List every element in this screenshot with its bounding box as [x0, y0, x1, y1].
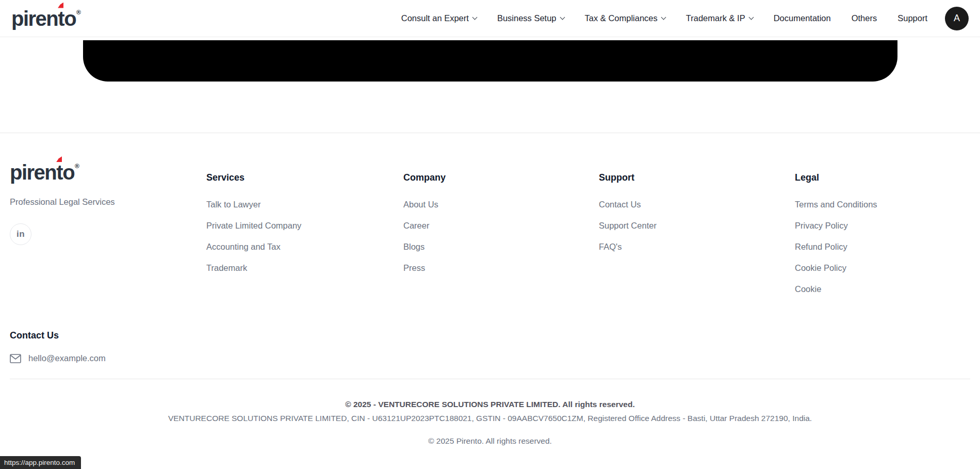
nav-support[interactable]: Support [897, 13, 927, 23]
linkedin-icon[interactable]: in [10, 223, 31, 245]
top-navigation-bar: pirento ® Consult an Expert Business Set… [0, 0, 980, 37]
footer-contact-block: Contact Us hello@example.com [10, 330, 970, 363]
brand-logo-red-flag-icon: t [58, 7, 64, 30]
footer-column-legal: Legal Terms and Conditions Privacy Polic… [795, 162, 970, 304]
footer-brand-logo-text: pirento [10, 162, 74, 183]
footer-link-support-center[interactable]: Support Center [599, 221, 657, 230]
registered-trademark-icon: ® [75, 163, 79, 170]
brand-logo-text: pirento [11, 8, 76, 29]
footer-link-talk-to-lawyer[interactable]: Talk to Lawyer [206, 200, 260, 209]
nav-consult-an-expert[interactable]: Consult an Expert [401, 13, 477, 23]
page-footer: pirento ® Professional Legal Services in… [0, 133, 980, 446]
footer-link-private-limited-company[interactable]: Private Limited Company [206, 221, 301, 230]
footer-column-support: Support Contact Us Support Center FAQ's [599, 162, 795, 304]
envelope-icon [10, 354, 21, 363]
footer-column-title: Support [599, 172, 795, 183]
nav-documentation[interactable]: Documentation [774, 13, 831, 23]
main-nav: Consult an Expert Business Setup Tax & C… [401, 13, 927, 23]
footer-column-company: Company About Us Career Blogs Press [403, 162, 599, 304]
footer-column-title: Company [403, 172, 599, 183]
footer-link-privacy-policy[interactable]: Privacy Policy [795, 221, 848, 230]
user-avatar[interactable]: A [945, 7, 969, 30]
copyright-company-line: © 2025 - VENTURECORE SOLUTIONS PRIVATE L… [10, 400, 970, 409]
nav-business-setup[interactable]: Business Setup [497, 13, 564, 23]
copyright-block: © 2025 - VENTURECORE SOLUTIONS PRIVATE L… [10, 379, 970, 446]
chevron-down-icon [748, 15, 754, 20]
footer-brand-logo[interactable]: pirento ® [10, 162, 79, 183]
footer-brand-column: pirento ® Professional Legal Services in [10, 162, 206, 304]
chevron-down-icon [661, 15, 666, 20]
copyright-registration-line: VENTURECORE SOLUTIONS PRIVATE LIMITED, C… [10, 414, 970, 423]
nav-tax-and-compliances[interactable]: Tax & Compliances [585, 13, 665, 23]
footer-link-accounting-and-tax[interactable]: Accounting and Tax [206, 242, 281, 251]
footer-tagline: Professional Legal Services [10, 197, 206, 207]
brand-logo-red-flag-icon: t [56, 161, 62, 184]
footer-column-title: Services [206, 172, 403, 183]
nav-trademark-and-ip[interactable]: Trademark & IP [686, 13, 753, 23]
chevron-down-icon [472, 15, 477, 20]
contact-email-link[interactable]: hello@example.com [28, 353, 106, 363]
footer-link-faqs[interactable]: FAQ's [599, 242, 622, 251]
link-url-status-tooltip: https://app.pirento.com [0, 456, 81, 469]
footer-link-press[interactable]: Press [403, 263, 425, 272]
footer-column-title: Legal [795, 172, 970, 183]
footer-link-cookie-policy[interactable]: Cookie Policy [795, 263, 846, 272]
footer-link-about-us[interactable]: About Us [403, 200, 438, 209]
nav-others[interactable]: Others [852, 13, 877, 23]
footer-link-career[interactable]: Career [403, 221, 429, 230]
footer-link-cookie[interactable]: Cookie [795, 284, 821, 294]
chevron-down-icon [560, 15, 565, 20]
footer-link-trademark[interactable]: Trademark [206, 263, 247, 272]
registered-trademark-icon: ® [76, 9, 81, 16]
footer-column-services: Services Talk to Lawyer Private Limited … [206, 162, 403, 304]
hero-section-remnant [83, 40, 897, 82]
contact-us-heading: Contact Us [10, 330, 970, 341]
footer-columns: pirento ® Professional Legal Services in… [10, 133, 970, 304]
footer-link-refund-policy[interactable]: Refund Policy [795, 242, 847, 251]
footer-link-blogs[interactable]: Blogs [403, 242, 424, 251]
footer-social-row: in [10, 223, 206, 245]
footer-link-contact-us[interactable]: Contact Us [599, 200, 641, 209]
footer-link-terms-and-conditions[interactable]: Terms and Conditions [795, 200, 877, 209]
copyright-brand-line: © 2025 Pirento. All rights reserved. [10, 436, 970, 446]
brand-logo[interactable]: pirento ® [11, 8, 81, 29]
